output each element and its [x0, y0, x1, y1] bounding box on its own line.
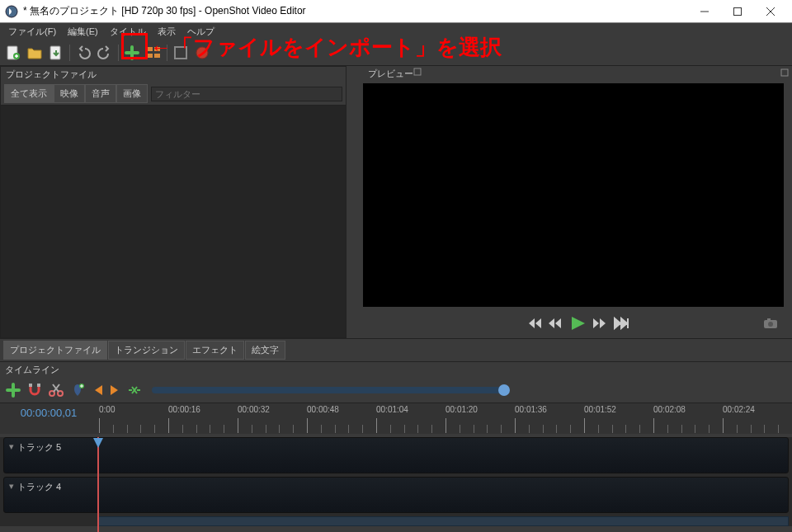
panel-float-icon[interactable]: [413, 68, 422, 80]
jump-start-button[interactable]: [526, 317, 542, 330]
tab-show-all[interactable]: 全て表示: [4, 84, 54, 103]
lower-tabs: プロジェクトファイル トランジション エフェクト 絵文字: [0, 338, 792, 361]
window-titlebar: * 無名のプロジェクト [HD 720p 30 fps] - OpenShot …: [0, 0, 792, 23]
playhead-line[interactable]: [97, 437, 99, 532]
tab-video[interactable]: 映像: [54, 84, 85, 103]
track-name: トラック 4: [17, 481, 61, 493]
zoom-slider[interactable]: [152, 387, 507, 393]
window-title: * 無名のプロジェクト [HD 720p 30 fps] - OpenShot …: [23, 4, 688, 18]
toolbar-separator: [118, 45, 119, 61]
close-button[interactable]: [754, 1, 787, 22]
svg-rect-21: [37, 384, 40, 387]
jump-end-button[interactable]: [613, 317, 629, 330]
project-files-panel: プロジェクトファイル 全て表示 映像 音声 画像: [0, 66, 346, 338]
svg-rect-19: [767, 318, 771, 321]
preview-title: プレビュー: [368, 68, 413, 80]
collapse-icon[interactable]: ▾: [9, 481, 14, 492]
ruler-label: 00:02:24: [723, 405, 755, 414]
redo-button[interactable]: [95, 43, 115, 63]
svg-point-18: [768, 322, 773, 327]
playhead-handle[interactable]: [92, 437, 104, 449]
track-row[interactable]: ▾トラック 5: [3, 437, 789, 473]
ruler-label: 00:00:16: [168, 405, 200, 414]
menu-edit[interactable]: 編集(E): [63, 24, 103, 40]
save-project-button[interactable]: [46, 43, 66, 63]
tutorial-highlight: [121, 33, 148, 59]
marker-button[interactable]: [69, 382, 86, 398]
snapshot-button[interactable]: [762, 317, 779, 330]
timeline-tracks: ▾トラック 5▾トラック 4: [0, 437, 792, 526]
svg-rect-16: [414, 68, 421, 75]
ruler-label: 00:00:32: [238, 405, 270, 414]
svg-rect-15: [781, 69, 788, 76]
zoom-thumb[interactable]: [498, 384, 510, 396]
tutorial-annotation: ←「ファイルをインポート」を選択: [150, 33, 502, 62]
tab-project-files[interactable]: プロジェクトファイル: [3, 341, 107, 360]
ruler-label: 00:01:36: [515, 405, 547, 414]
timeline-title: タイムライン: [5, 365, 59, 374]
track-body[interactable]: [95, 438, 788, 473]
maximize-button[interactable]: [721, 1, 754, 22]
next-marker-button[interactable]: [109, 384, 122, 397]
track-name: トラック 5: [17, 441, 61, 454]
minimize-button[interactable]: [688, 1, 721, 22]
ruler-label: 00:02:08: [653, 405, 686, 414]
center-playhead-button[interactable]: [127, 384, 142, 397]
new-project-button[interactable]: [3, 43, 23, 63]
ruler-label: 00:01:20: [446, 405, 478, 414]
timeline-ruler[interactable]: 00:00:00,01 0:0000:00:1600:00:3200:00:48…: [0, 403, 792, 434]
project-files-title: プロジェクトファイル: [6, 68, 97, 81]
undo-button[interactable]: [73, 43, 93, 63]
play-button[interactable]: [568, 315, 587, 332]
svg-rect-20: [29, 384, 32, 387]
rewind-button[interactable]: [547, 317, 563, 330]
toolbar-separator: [69, 45, 70, 61]
track-body[interactable]: [95, 478, 788, 512]
tab-transitions[interactable]: トランジション: [108, 341, 185, 360]
track-header[interactable]: ▾トラック 4: [4, 478, 95, 512]
playhead-time: 00:00:00,01: [0, 403, 97, 434]
filter-input[interactable]: [151, 87, 342, 101]
prev-marker-button[interactable]: [91, 384, 104, 397]
razor-button[interactable]: [48, 382, 64, 398]
svg-rect-2: [734, 7, 742, 15]
snap-button[interactable]: [26, 382, 43, 398]
track-header[interactable]: ▾トラック 5: [4, 438, 95, 473]
menu-file[interactable]: ファイル(F): [3, 24, 61, 40]
tab-image[interactable]: 画像: [116, 84, 148, 103]
tab-effects[interactable]: エフェクト: [186, 341, 244, 360]
timeline-toolbar: [0, 378, 792, 403]
add-track-button[interactable]: [5, 382, 21, 398]
app-icon: [5, 5, 18, 18]
timeline-scrollbar[interactable]: [97, 516, 789, 526]
ruler-label: 00:01:04: [376, 405, 408, 414]
tab-emoji[interactable]: 絵文字: [245, 341, 285, 360]
ruler-label: 0:00: [99, 405, 115, 414]
track-row[interactable]: ▾トラック 4: [3, 477, 789, 513]
project-files-area[interactable]: [1, 106, 346, 337]
ruler-label: 00:01:52: [584, 405, 616, 414]
panel-float-icon[interactable]: [780, 68, 789, 77]
ruler-label: 00:00:48: [307, 405, 339, 414]
transport-controls: [363, 308, 792, 338]
collapse-icon[interactable]: ▾: [9, 441, 14, 452]
fast-forward-button[interactable]: [592, 317, 608, 330]
video-preview[interactable]: [363, 83, 784, 307]
tab-audio[interactable]: 音声: [85, 84, 116, 103]
preview-panel: プレビュー: [346, 66, 792, 338]
open-project-button[interactable]: [25, 43, 45, 63]
